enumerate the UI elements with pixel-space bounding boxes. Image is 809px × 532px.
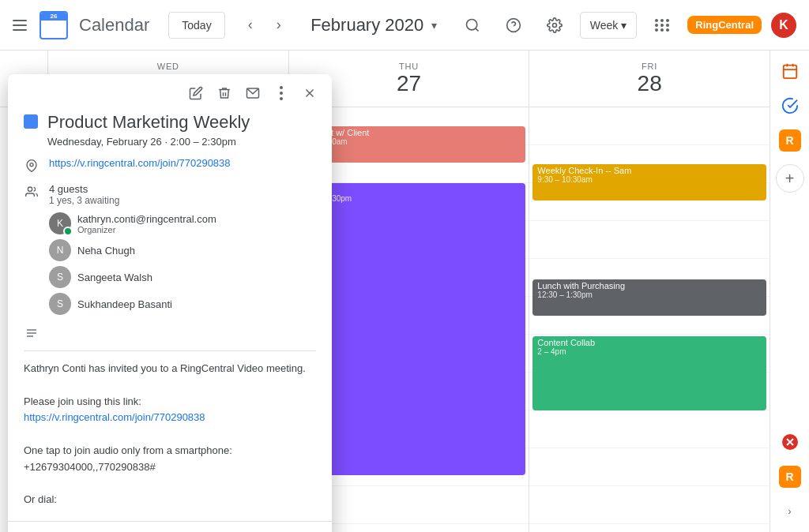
popup-header (8, 74, 332, 112)
right-sidebar: R + R › (769, 51, 809, 532)
completed-button[interactable] (776, 92, 804, 120)
popup-guests-row: 4 guests 1 yes, 3 awaiting K (24, 183, 316, 315)
rc-bottom-icons: R › (776, 428, 804, 526)
check-icon (63, 227, 73, 236)
month-title: February 2020 (310, 15, 423, 36)
add-button[interactable]: + (776, 164, 804, 193)
guest-name: Sukhandeep Basanti (77, 298, 172, 310)
ringcentral-sidebar-button[interactable]: R (776, 126, 804, 155)
user-avatar[interactable]: K (771, 13, 796, 38)
day-col-fri: Weekly Check-In -- Sam 9:30 – 10:30am Lu… (529, 107, 769, 532)
event-lunch[interactable]: Lunch with Purchasing 12:30 – 1:30pm (532, 279, 766, 316)
close-button[interactable] (297, 81, 322, 106)
month-dropdown-icon[interactable]: ▾ (431, 19, 437, 32)
hamburger-menu[interactable] (13, 16, 32, 35)
popup-title-row: Product Marketing Weekly (24, 112, 316, 133)
guest-list: K kathryn.conti@ringcentral.com Organize… (49, 212, 216, 315)
list-item: S Sukhandeep Basanti (49, 293, 216, 315)
day-header-fri: FRI 28 (529, 51, 769, 107)
list-item: K kathryn.conti@ringcentral.com Organize… (49, 212, 216, 234)
event-weekly-checkin[interactable]: Weekly Check-In -- Sam 9:30 – 10:30am (532, 164, 766, 200)
calendar-logo: 26 (38, 9, 70, 41)
location-icon (24, 158, 40, 174)
prev-button[interactable]: ‹ (238, 13, 263, 38)
popup-link-row: https://v.ringcentral.com/join/770290838 (24, 157, 316, 174)
avatar: S (49, 293, 71, 315)
today-button[interactable]: Today (168, 12, 224, 39)
ringcentral-logo[interactable]: RingCentral (687, 16, 762, 34)
list-item: N Neha Chugh (49, 239, 216, 261)
svg-point-4 (552, 23, 556, 27)
notes-icon (24, 325, 40, 341)
guests-status: 1 yes, 3 awaiting (49, 195, 216, 206)
app-title: Calendar (79, 15, 149, 36)
popup-join-link[interactable]: https://v.ringcentral.com/join/770290838 (49, 157, 231, 169)
search-button[interactable] (457, 9, 488, 41)
delete-button[interactable] (212, 81, 237, 106)
avatar: S (49, 266, 71, 288)
guests-icon (24, 184, 40, 200)
view-selector[interactable]: Week ▾ (580, 12, 638, 39)
main-content: WED 26 THU 27 FRI 28 8 AM 9 AM 10 AM 11 … (0, 51, 809, 532)
svg-point-9 (28, 187, 32, 191)
guest-role: Organizer (77, 225, 216, 234)
guest-name: Sangeeta Walsh (77, 272, 152, 283)
popup-overlay: Product Marketing Weekly Wednesday, Febr… (0, 51, 332, 532)
popup-body: Product Marketing Weekly Wednesday, Febr… (8, 112, 332, 521)
list-item: S Sangeeta Walsh (49, 266, 216, 288)
svg-point-0 (466, 19, 476, 29)
expand-button[interactable]: › (776, 497, 804, 526)
calendar-view: WED 26 THU 27 FRI 28 8 AM 9 AM 10 AM 11 … (0, 51, 769, 532)
collapse-button[interactable]: ▲ (291, 528, 316, 532)
rc-red-button[interactable] (776, 428, 804, 456)
email-button[interactable] (240, 81, 265, 106)
guests-count: 4 guests (49, 183, 216, 195)
popup-title: Product Marketing Weekly (47, 112, 250, 133)
guest-name: kathryn.conti@ringcentral.com (77, 213, 216, 225)
edit-button[interactable] (183, 81, 209, 106)
svg-line-1 (476, 28, 479, 31)
popup-desc-link[interactable]: https://v.ringcentral.com/join/770290838 (24, 411, 205, 423)
tasks-button[interactable] (776, 57, 804, 85)
svg-point-8 (30, 163, 33, 167)
apps-button[interactable] (646, 9, 678, 41)
popup-description: Kathryn Conti has invited you to a RingC… (24, 361, 316, 508)
popup-notes-row (24, 324, 316, 341)
avatar: K (49, 212, 71, 234)
avatar: N (49, 239, 71, 261)
event-popup: Product Marketing Weekly Wednesday, Febr… (8, 74, 332, 532)
popup-date: Wednesday, February 26 · 2:00 – 2:30pm (47, 136, 316, 148)
divider (24, 350, 316, 351)
svg-rect-13 (783, 66, 796, 79)
event-content-collab[interactable]: Content Collab 2 – 4pm (532, 336, 766, 410)
next-button[interactable]: › (266, 13, 292, 38)
event-color-dot (24, 114, 38, 129)
rc-orange-button[interactable]: R (776, 463, 804, 491)
settings-button[interactable] (539, 9, 570, 41)
header: 26 Calendar Today ‹ › February 2020 ▾ We… (0, 0, 809, 51)
more-button[interactable] (269, 81, 294, 106)
popup-footer: Going? Yes No Maybe ▲ (8, 521, 332, 532)
guest-name: Neha Chugh (77, 245, 135, 257)
help-button[interactable] (498, 9, 529, 41)
chevron-down-icon: ▾ (621, 19, 627, 32)
